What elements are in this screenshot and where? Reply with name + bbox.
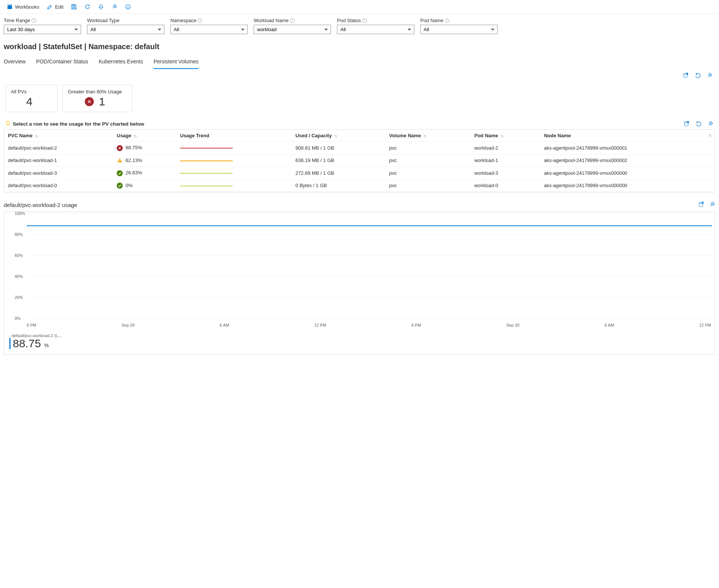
success-icon <box>117 183 123 189</box>
sort-icon[interactable]: ↑↓ <box>501 134 503 138</box>
workload-type-select[interactable] <box>87 25 164 34</box>
cell-trend <box>176 179 292 192</box>
cell-volume: pvc <box>385 142 471 154</box>
svg-point-4 <box>129 6 129 6</box>
filter-label: Workload Namei <box>254 18 331 23</box>
svg-point-6 <box>686 73 688 75</box>
y-tick-label: 40% <box>15 274 23 279</box>
cell-volume: pvc <box>385 179 471 192</box>
card-value: 4 <box>11 95 48 108</box>
logs-icon[interactable] <box>683 120 690 127</box>
card-all-pvs[interactable]: All PVs 4 <box>5 85 58 112</box>
info-icon[interactable]: i <box>445 18 449 23</box>
tab-persistent-volumes[interactable]: Persistent Volumes <box>153 56 199 69</box>
info-icon[interactable]: i <box>198 18 202 23</box>
sort-icon[interactable]: ↑↓ <box>134 134 136 138</box>
sort-icon[interactable]: ↑↓ <box>35 134 38 138</box>
time-range-select[interactable] <box>4 25 81 34</box>
filter-label: Workload Type <box>87 18 164 23</box>
pin-icon[interactable] <box>709 201 715 208</box>
x-tick-label: 6 AM <box>220 323 229 327</box>
pin-button[interactable] <box>108 2 120 11</box>
filter-time-range: Time Rangei <box>4 18 81 34</box>
refresh-icon <box>84 4 90 10</box>
workload-name-select[interactable] <box>254 25 331 34</box>
cell-volume: pvc <box>385 154 471 167</box>
col-node[interactable]: Node Name↑↓ <box>540 130 715 142</box>
cell-usage: 0% <box>113 179 176 192</box>
table-row[interactable]: default/pvc-workload-2 88.75%908.81 MB /… <box>4 142 715 154</box>
filter-label: Namespacei <box>170 18 248 23</box>
refresh-button[interactable] <box>81 2 93 11</box>
sort-icon[interactable]: ↑↓ <box>423 134 426 138</box>
card-value: 1 <box>99 95 105 108</box>
pin-icon[interactable] <box>707 120 714 127</box>
col-volume[interactable]: Volume Name↑↓ <box>385 130 471 142</box>
pin-icon[interactable] <box>706 72 713 79</box>
alerts-button[interactable] <box>95 2 107 11</box>
cell-pod: workload-0 <box>471 179 540 192</box>
table-row[interactable]: default/pvc-workload-1 62.13%636.19 MB /… <box>4 154 715 167</box>
col-used[interactable]: Used / Capacity↑↓ <box>292 130 385 142</box>
save-icon <box>71 4 77 10</box>
error-icon <box>117 145 123 151</box>
chart-title-row: default/pvc-workload-2 usage <box>0 192 719 212</box>
sort-icon[interactable]: ↑↓ <box>708 133 711 137</box>
undo-icon[interactable] <box>695 120 702 127</box>
table-row[interactable]: default/pvc-workload-3 26.63%272.69 MB /… <box>4 167 715 180</box>
cell-trend <box>176 142 292 154</box>
cell-pvc: default/pvc-workload-3 <box>4 167 113 180</box>
filter-pod-status: Pod Statusi <box>337 18 414 34</box>
table-row[interactable]: default/pvc-workload-0 0%0 Bytes / 1 GBp… <box>4 179 715 192</box>
logs-icon[interactable] <box>698 201 704 208</box>
cell-used: 272.69 MB / 1 GB <box>292 167 385 180</box>
warning-icon <box>117 158 123 164</box>
workbooks-icon <box>7 4 13 10</box>
edit-button[interactable]: Edit <box>44 2 66 11</box>
x-tick-label: Sep 29 <box>122 323 135 327</box>
col-trend[interactable]: Usage Trend <box>176 130 292 142</box>
hint-text: Select a row to see the usage for the PV… <box>5 121 144 127</box>
top-toolbar: Workbooks Edit <box>0 0 719 14</box>
cell-pod: workload-1 <box>471 154 540 167</box>
grid-line <box>27 318 712 319</box>
label-text: Pod Name <box>420 18 443 23</box>
y-tick-label: 0% <box>15 316 21 321</box>
card-gt80-usage[interactable]: Greater than 80% Usage 1 <box>62 85 132 112</box>
workbooks-button[interactable]: Workbooks <box>4 2 42 11</box>
pod-name-select[interactable] <box>420 25 498 34</box>
feedback-button[interactable] <box>122 2 134 11</box>
sort-icon[interactable]: ↑↓ <box>334 134 337 138</box>
x-tick-label: 12 PM <box>699 323 711 327</box>
hint-label: Select a row to see the usage for the PV… <box>13 121 144 127</box>
filter-label: Pod Statusi <box>337 18 414 23</box>
svg-rect-1 <box>8 4 12 6</box>
logs-icon[interactable] <box>682 72 689 79</box>
col-pod[interactable]: Pod Name↑↓ <box>471 130 540 142</box>
tab-overview[interactable]: Overview <box>4 56 26 69</box>
save-button[interactable] <box>68 2 80 11</box>
col-pvc[interactable]: PVC Name↑↓ <box>4 130 113 142</box>
tab-events[interactable]: Kubernetes Events <box>99 56 143 69</box>
undo-icon[interactable] <box>694 72 701 79</box>
label-text: Workload Type <box>87 18 119 23</box>
svg-point-12 <box>702 202 704 204</box>
info-icon[interactable]: i <box>363 18 367 23</box>
tab-pod-status[interactable]: POD/Container Status <box>36 56 88 69</box>
legend-unit: % <box>44 342 48 348</box>
chart-title: default/pvc-workload-2 usage <box>4 202 77 208</box>
pencil-icon <box>47 4 53 10</box>
cell-usage: 88.75% <box>113 142 176 154</box>
x-axis: 6 PMSep 296 AM12 PM6 PMSep 306 AM12 PM <box>4 321 715 331</box>
pin-icon <box>111 4 117 10</box>
x-tick-label: 6 PM <box>27 323 36 327</box>
pv-grid: PVC Name↑↓ Usage↑↓ Usage Trend Used / Ca… <box>4 129 715 192</box>
info-icon[interactable]: i <box>290 18 295 23</box>
cell-node: aks-agentpool-24178999-vmss000001 <box>540 142 715 154</box>
bell-icon <box>98 4 104 10</box>
x-tick-label: Sep 30 <box>506 323 519 327</box>
namespace-select[interactable] <box>170 25 248 34</box>
pod-status-select[interactable] <box>337 25 414 34</box>
col-usage[interactable]: Usage↑↓ <box>113 130 176 142</box>
info-icon[interactable]: i <box>32 18 36 23</box>
